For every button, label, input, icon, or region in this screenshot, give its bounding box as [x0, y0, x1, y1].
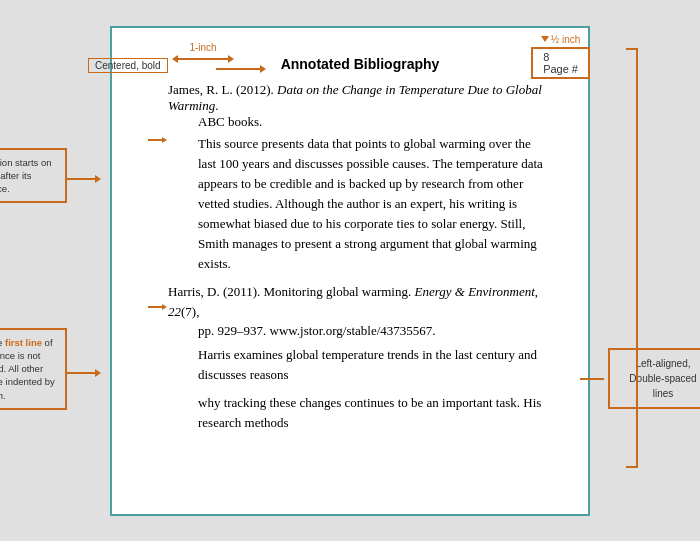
outer-wrapper: 1-inch ½ inch 8 Page # C [10, 10, 690, 531]
one-inch-text: 1-inch [189, 42, 216, 53]
right-bracket-line [636, 48, 638, 468]
ref2-comma: , [535, 284, 538, 299]
callout-arrow-annotation [65, 175, 101, 183]
arrow-line [65, 372, 95, 374]
centered-bold-callout: Centered, bold [88, 58, 168, 73]
arrow-line [216, 68, 260, 70]
annotation-callout-box: Annotation starts on the line after its … [0, 148, 67, 204]
arrow-line [580, 378, 604, 380]
ref1-publisher: ABC books. [168, 114, 552, 130]
document-page: 1-inch ½ inch 8 Page # C [110, 26, 590, 516]
callout-arrow-firstline [65, 369, 101, 377]
reference-2: Harris, D. (2011). Monitoring global war… [168, 282, 552, 341]
centered-bold-arrow [216, 65, 266, 73]
annotation-2-wrapper: Harris examines global temperature trend… [168, 345, 552, 434]
arrow-head [162, 304, 167, 310]
ref2-vol: 22 [168, 304, 181, 319]
ref2-issue: (7), [181, 304, 199, 319]
arrow-down-icon [541, 36, 549, 42]
ref1-citation: James, R. L. (2012). Data on the Change … [168, 82, 552, 114]
arrow-head [260, 65, 266, 73]
arrow-head [95, 175, 101, 183]
annotation-1-wrapper: This source presents data that points to… [168, 134, 552, 275]
arrow-line [65, 178, 95, 180]
title-row: Centered, bold Annotated Bibliography [168, 56, 552, 72]
reference-1: James, R. L. (2012). Data on the Change … [168, 82, 552, 130]
arrow-line [148, 306, 162, 308]
half-inch-label: ½ inch [541, 34, 580, 45]
right-callout-box: Left-aligned, Double-spaced lines [608, 348, 700, 409]
arrow-head [95, 369, 101, 377]
right-callout-text: Left-aligned, Double-spaced lines [629, 358, 696, 399]
annotation-2-line1: Harris examines global temperature trend… [168, 345, 552, 385]
bibliography-title: Annotated Bibliography [281, 56, 440, 72]
centered-bold-text: Centered, bold [95, 60, 161, 71]
annotation-1-text: This source presents data that points to… [168, 134, 552, 275]
right-callout-arrow [580, 378, 604, 380]
annotation-callout-text: Annotation starts on the line after its … [0, 157, 52, 195]
annotation-arrow-1 [148, 137, 167, 143]
ref2-citation-line1: Harris, D. (2011). Monitoring global war… [168, 282, 552, 321]
harris-arrow [148, 304, 167, 310]
ref2-journal: Energy & Environment [414, 284, 534, 299]
ref2-citation-line2: pp. 929–937. www.jstor.org/stable/437355… [168, 321, 552, 341]
firstline-callout-box: Only the first line of a reference is no… [0, 328, 67, 410]
first-line-bold-text: first line [5, 337, 42, 348]
ref1-author: James, R. L. (2012). [168, 82, 277, 97]
half-inch-text: ½ inch [551, 34, 580, 45]
ref1-end: . [215, 98, 218, 113]
annotation-2-line2: why tracking these changes continues to … [168, 393, 552, 433]
ref2-author: Harris, D. (2011). Monitoring global war… [168, 284, 414, 299]
arrow-line [148, 139, 162, 141]
centered-bold-box: Centered, bold [88, 58, 168, 73]
arrow-head [162, 137, 167, 143]
